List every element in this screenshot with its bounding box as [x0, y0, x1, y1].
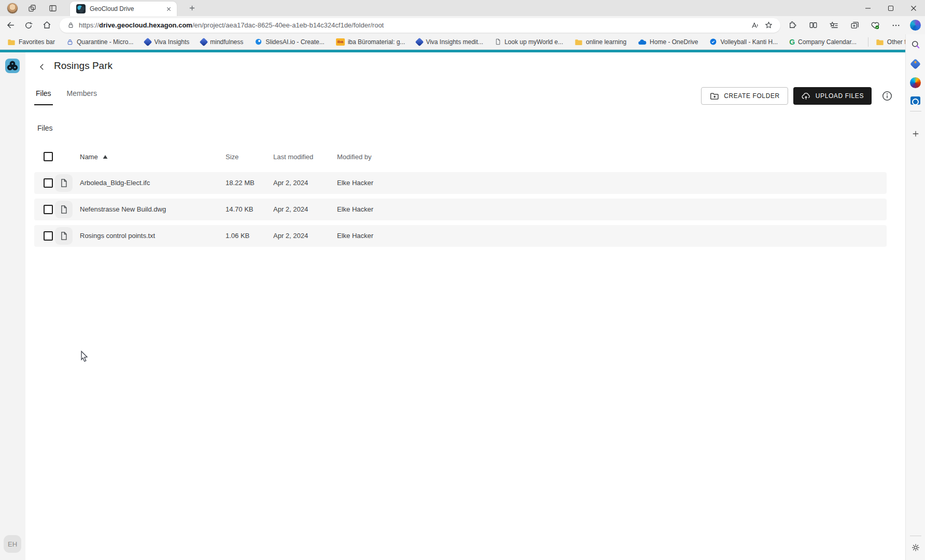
file-modified-by: Elke Hacker: [337, 225, 373, 247]
favorite-item[interactable]: online learning: [574, 38, 626, 46]
select-all-checkbox[interactable]: [44, 152, 53, 161]
sort-ascending-icon: [103, 155, 108, 159]
info-icon[interactable]: [880, 89, 894, 103]
favorite-item[interactable]: mindfulness: [201, 38, 243, 46]
file-icon: [55, 201, 73, 218]
browser-tab-active[interactable]: GeoCloud Drive: [70, 2, 177, 16]
column-header-name[interactable]: Name: [80, 153, 108, 161]
refresh-icon[interactable]: [21, 18, 36, 33]
favorite-item[interactable]: Quarantine - Micro...: [66, 38, 133, 46]
workspaces-icon[interactable]: [25, 2, 39, 15]
sidebar-search-icon[interactable]: [909, 38, 922, 51]
sidebar-shopping-icon[interactable]: [909, 58, 922, 70]
back-icon[interactable]: [3, 18, 18, 33]
viva-gem-icon: [200, 37, 208, 46]
address-bar[interactable]: https://drive.geocloud.hexagon.com/en/pr…: [60, 18, 780, 33]
edge-sidebar: [905, 34, 925, 560]
mouse-cursor: [79, 351, 90, 364]
vertical-tabs-icon[interactable]: [46, 2, 60, 15]
tab-title: GeoCloud Drive: [90, 5, 165, 12]
table-row[interactable]: Arboleda_Bldg-Elect.ifc 18.22 MB Apr 2, …: [34, 172, 887, 194]
table-row[interactable]: Nefenstrasse New Build.dwg 14.70 KB Apr …: [34, 199, 887, 220]
sidebar-m365-icon[interactable]: [909, 76, 922, 89]
table-row[interactable]: Rosings control points.txt 1.06 KB Apr 2…: [34, 225, 887, 247]
file-name: Rosings control points.txt: [80, 225, 155, 247]
row-checkbox[interactable]: [44, 178, 53, 188]
file-icon: [55, 227, 73, 245]
cloud-upload-icon: [801, 91, 811, 101]
viva-gem-icon: [144, 37, 152, 46]
viva-gem-icon: [415, 37, 424, 46]
favorite-item[interactable]: G Company Calendar...: [789, 38, 857, 46]
page-icon: [495, 38, 501, 46]
sidebar-outlook-icon[interactable]: [909, 94, 922, 107]
favorite-item[interactable]: Home - OneDrive: [638, 38, 698, 46]
blue-circle-icon: [255, 38, 262, 46]
new-tab-icon[interactable]: [185, 2, 199, 15]
tab-close-icon[interactable]: [165, 5, 173, 13]
window-close-icon[interactable]: [902, 0, 925, 16]
row-checkbox[interactable]: [44, 231, 53, 241]
browser-essentials-icon[interactable]: [868, 19, 882, 32]
favorites-divider: [868, 37, 868, 47]
page-title: Rosings Park: [54, 60, 113, 72]
extensions-icon[interactable]: [786, 19, 799, 32]
window-minimize-icon[interactable]: [857, 0, 879, 16]
app-sidebar: EH: [0, 52, 25, 560]
file-name: Arboleda_Bldg-Elect.ifc: [80, 172, 150, 194]
file-size: 1.06 KB: [226, 225, 249, 247]
folder-icon: [876, 38, 884, 46]
window-controls: [857, 0, 925, 16]
favorite-item[interactable]: Viva Insights medit...: [416, 38, 483, 46]
user-avatar[interactable]: EH: [4, 535, 21, 553]
tab-members[interactable]: Members: [65, 82, 99, 105]
collections-icon[interactable]: [848, 19, 861, 32]
g-letter-icon: G: [789, 38, 795, 46]
favorite-item[interactable]: iba iba Büromaterial: g...: [336, 38, 405, 46]
onedrive-cloud-icon: [638, 39, 647, 45]
sidebar-add-icon[interactable]: [909, 128, 922, 140]
favorites-list-icon[interactable]: [827, 19, 840, 32]
geocloud-favicon: [76, 4, 86, 13]
window-maximize-icon[interactable]: [879, 0, 902, 16]
geocloud-logo[interactable]: [5, 59, 20, 73]
sidebar-divider: [910, 536, 921, 536]
sidebar-settings-gear-icon[interactable]: [909, 541, 922, 554]
main-content: Rosings Park Files Members CREATE FOLDER…: [25, 52, 905, 560]
sidebar-divider: [910, 111, 921, 111]
favorite-item[interactable]: SlidesAI.io - Create...: [255, 38, 324, 46]
favorites-bar: Favorites bar Quarantine - Micro... Viva…: [0, 34, 925, 50]
favorite-star-icon[interactable]: [762, 19, 775, 32]
file-modified-by: Elke Hacker: [337, 199, 373, 220]
check-circle-icon: [709, 38, 717, 46]
folder-icon: [7, 38, 16, 46]
copilot-icon[interactable]: [910, 20, 921, 31]
column-header-last-modified[interactable]: Last modified: [273, 153, 313, 161]
favorite-item[interactable]: Favorites bar: [7, 38, 55, 46]
split-screen-icon[interactable]: [806, 19, 820, 32]
favorite-item[interactable]: Volleyball - Kanti H...: [709, 38, 778, 46]
read-aloud-icon[interactable]: [748, 19, 762, 32]
lock-icon: [66, 38, 74, 46]
row-checkbox[interactable]: [44, 205, 53, 214]
iba-badge-icon: iba: [336, 38, 345, 46]
browser-profile-avatar[interactable]: [7, 3, 18, 14]
favorite-item[interactable]: Viva Insights: [145, 38, 189, 46]
tab-files[interactable]: Files: [34, 82, 53, 105]
action-buttons: CREATE FOLDER UPLOAD FILES: [701, 87, 894, 105]
browser-toolbar: https://drive.geocloud.hexagon.com/en/pr…: [0, 16, 925, 34]
upload-files-button[interactable]: UPLOAD FILES: [793, 87, 872, 105]
column-header-size[interactable]: Size: [226, 153, 239, 161]
file-icon: [55, 174, 73, 192]
settings-more-icon[interactable]: [889, 19, 903, 32]
back-button[interactable]: [35, 60, 49, 74]
file-size: 18.22 MB: [226, 172, 255, 194]
create-folder-button[interactable]: CREATE FOLDER: [701, 87, 788, 105]
files-section-label: Files: [37, 124, 53, 132]
folder-icon: [574, 38, 583, 46]
favorite-item[interactable]: Look up myWorld e...: [495, 38, 563, 46]
home-icon[interactable]: [39, 18, 54, 33]
file-modified-by: Elke Hacker: [337, 172, 373, 194]
column-header-modified-by[interactable]: Modified by: [337, 153, 371, 161]
site-lock-icon[interactable]: [67, 21, 75, 29]
